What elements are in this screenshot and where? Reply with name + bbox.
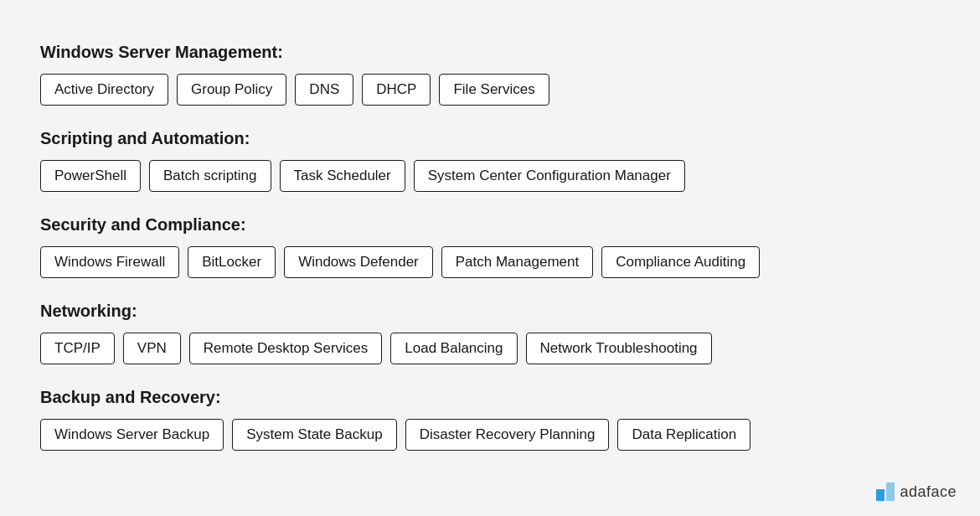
svg-rect-0 [876, 489, 885, 501]
tag-security-and-compliance-1[interactable]: BitLocker [188, 246, 276, 278]
tag-windows-server-management-2[interactable]: DNS [295, 74, 353, 106]
section-networking: Networking:TCP/IPVPNRemote Desktop Servi… [40, 302, 940, 364]
tag-security-and-compliance-0[interactable]: Windows Firewall [40, 246, 179, 278]
section-windows-server-management: Windows Server Management:Active Directo… [40, 43, 940, 106]
section-title-security-and-compliance: Security and Compliance: [40, 215, 940, 235]
brand-icon [876, 482, 895, 501]
tags-backup-and-recovery: Windows Server BackupSystem State Backup… [40, 419, 940, 451]
tags-windows-server-management: Active DirectoryGroup PolicyDNSDHCPFile … [40, 74, 940, 106]
tag-scripting-and-automation-0[interactable]: PowerShell [40, 160, 141, 192]
tag-windows-server-management-4[interactable]: File Services [439, 74, 549, 106]
section-backup-and-recovery: Backup and Recovery:Windows Server Backu… [40, 388, 940, 451]
tag-windows-server-management-1[interactable]: Group Policy [177, 74, 286, 106]
tag-security-and-compliance-3[interactable]: Patch Management [441, 246, 593, 278]
tags-scripting-and-automation: PowerShellBatch scriptingTask SchedulerS… [40, 160, 940, 192]
tag-backup-and-recovery-3[interactable]: Data Replication [617, 419, 750, 451]
tag-backup-and-recovery-1[interactable]: System State Backup [232, 419, 397, 451]
section-security-and-compliance: Security and Compliance:Windows Firewall… [40, 215, 940, 278]
tag-backup-and-recovery-0[interactable]: Windows Server Backup [40, 419, 224, 451]
tag-backup-and-recovery-2[interactable]: Disaster Recovery Planning [405, 419, 610, 451]
tags-security-and-compliance: Windows FirewallBitLockerWindows Defende… [40, 246, 940, 278]
tag-networking-0[interactable]: TCP/IP [40, 333, 115, 364]
tag-networking-2[interactable]: Remote Desktop Services [189, 333, 383, 364]
section-title-backup-and-recovery: Backup and Recovery: [40, 388, 940, 407]
brand-name-label: adaface [900, 483, 957, 501]
section-title-networking: Networking: [40, 302, 940, 321]
tag-windows-server-management-0[interactable]: Active Directory [40, 74, 168, 106]
section-title-scripting-and-automation: Scripting and Automation: [40, 129, 940, 148]
tag-scripting-and-automation-2[interactable]: Task Scheduler [280, 160, 405, 192]
brand-footer: adaface [876, 482, 957, 501]
tag-windows-server-management-3[interactable]: DHCP [362, 74, 431, 106]
tag-networking-3[interactable]: Load Balancing [390, 333, 517, 364]
tag-networking-4[interactable]: Network Troubleshooting [526, 333, 712, 364]
section-scripting-and-automation: Scripting and Automation:PowerShellBatch… [40, 129, 940, 192]
section-title-windows-server-management: Windows Server Management: [40, 43, 940, 62]
tag-scripting-and-automation-1[interactable]: Batch scripting [149, 160, 271, 192]
tag-networking-1[interactable]: VPN [123, 333, 181, 364]
tags-networking: TCP/IPVPNRemote Desktop ServicesLoad Bal… [40, 333, 940, 364]
svg-rect-1 [886, 482, 895, 501]
tag-scripting-and-automation-3[interactable]: System Center Configuration Manager [414, 160, 685, 192]
tag-security-and-compliance-4[interactable]: Compliance Auditing [601, 246, 760, 278]
tag-security-and-compliance-2[interactable]: Windows Defender [284, 246, 433, 278]
main-content: Windows Server Management:Active Directo… [40, 43, 940, 474]
